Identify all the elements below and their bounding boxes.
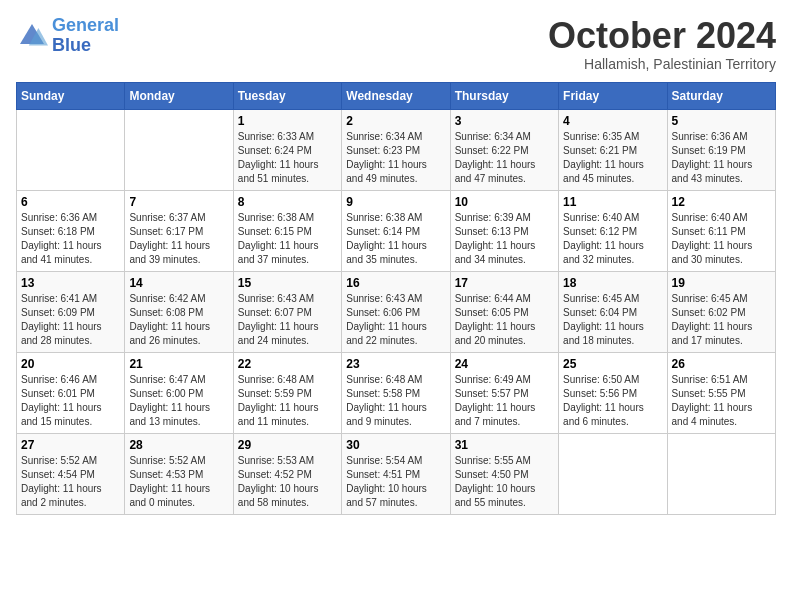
table-row: 5Sunrise: 6:36 AM Sunset: 6:19 PM Daylig…: [667, 109, 775, 190]
day-number: 31: [455, 438, 554, 452]
day-info: Sunrise: 6:43 AM Sunset: 6:06 PM Dayligh…: [346, 292, 445, 348]
day-info: Sunrise: 5:52 AM Sunset: 4:54 PM Dayligh…: [21, 454, 120, 510]
calendar-week-row: 1Sunrise: 6:33 AM Sunset: 6:24 PM Daylig…: [17, 109, 776, 190]
col-saturday: Saturday: [667, 82, 775, 109]
day-number: 26: [672, 357, 771, 371]
day-info: Sunrise: 6:36 AM Sunset: 6:19 PM Dayligh…: [672, 130, 771, 186]
day-info: Sunrise: 6:38 AM Sunset: 6:14 PM Dayligh…: [346, 211, 445, 267]
col-wednesday: Wednesday: [342, 82, 450, 109]
day-info: Sunrise: 6:36 AM Sunset: 6:18 PM Dayligh…: [21, 211, 120, 267]
day-number: 23: [346, 357, 445, 371]
day-info: Sunrise: 6:40 AM Sunset: 6:12 PM Dayligh…: [563, 211, 662, 267]
table-row: 21Sunrise: 6:47 AM Sunset: 6:00 PM Dayli…: [125, 352, 233, 433]
table-row: 25Sunrise: 6:50 AM Sunset: 5:56 PM Dayli…: [559, 352, 667, 433]
logo-text: General Blue: [52, 16, 119, 56]
table-row: [559, 433, 667, 514]
table-row: 26Sunrise: 6:51 AM Sunset: 5:55 PM Dayli…: [667, 352, 775, 433]
day-number: 22: [238, 357, 337, 371]
day-number: 25: [563, 357, 662, 371]
table-row: 17Sunrise: 6:44 AM Sunset: 6:05 PM Dayli…: [450, 271, 558, 352]
title-block: October 2024 Hallamish, Palestinian Terr…: [548, 16, 776, 72]
col-friday: Friday: [559, 82, 667, 109]
month-title: October 2024: [548, 16, 776, 56]
day-number: 4: [563, 114, 662, 128]
day-number: 9: [346, 195, 445, 209]
day-number: 11: [563, 195, 662, 209]
day-info: Sunrise: 6:50 AM Sunset: 5:56 PM Dayligh…: [563, 373, 662, 429]
day-info: Sunrise: 6:49 AM Sunset: 5:57 PM Dayligh…: [455, 373, 554, 429]
table-row: 15Sunrise: 6:43 AM Sunset: 6:07 PM Dayli…: [233, 271, 341, 352]
day-number: 18: [563, 276, 662, 290]
day-info: Sunrise: 6:37 AM Sunset: 6:17 PM Dayligh…: [129, 211, 228, 267]
day-info: Sunrise: 6:46 AM Sunset: 6:01 PM Dayligh…: [21, 373, 120, 429]
day-info: Sunrise: 6:45 AM Sunset: 6:04 PM Dayligh…: [563, 292, 662, 348]
table-row: 19Sunrise: 6:45 AM Sunset: 6:02 PM Dayli…: [667, 271, 775, 352]
table-row: [17, 109, 125, 190]
table-row: 13Sunrise: 6:41 AM Sunset: 6:09 PM Dayli…: [17, 271, 125, 352]
col-sunday: Sunday: [17, 82, 125, 109]
table-row: 12Sunrise: 6:40 AM Sunset: 6:11 PM Dayli…: [667, 190, 775, 271]
col-monday: Monday: [125, 82, 233, 109]
day-info: Sunrise: 6:41 AM Sunset: 6:09 PM Dayligh…: [21, 292, 120, 348]
table-row: 3Sunrise: 6:34 AM Sunset: 6:22 PM Daylig…: [450, 109, 558, 190]
day-info: Sunrise: 5:53 AM Sunset: 4:52 PM Dayligh…: [238, 454, 337, 510]
day-info: Sunrise: 5:55 AM Sunset: 4:50 PM Dayligh…: [455, 454, 554, 510]
day-number: 7: [129, 195, 228, 209]
day-info: Sunrise: 6:40 AM Sunset: 6:11 PM Dayligh…: [672, 211, 771, 267]
table-row: 11Sunrise: 6:40 AM Sunset: 6:12 PM Dayli…: [559, 190, 667, 271]
location-subtitle: Hallamish, Palestinian Territory: [548, 56, 776, 72]
day-number: 12: [672, 195, 771, 209]
col-thursday: Thursday: [450, 82, 558, 109]
day-info: Sunrise: 6:34 AM Sunset: 6:22 PM Dayligh…: [455, 130, 554, 186]
table-row: 8Sunrise: 6:38 AM Sunset: 6:15 PM Daylig…: [233, 190, 341, 271]
day-info: Sunrise: 6:34 AM Sunset: 6:23 PM Dayligh…: [346, 130, 445, 186]
day-info: Sunrise: 6:47 AM Sunset: 6:00 PM Dayligh…: [129, 373, 228, 429]
day-number: 13: [21, 276, 120, 290]
table-row: 28Sunrise: 5:52 AM Sunset: 4:53 PM Dayli…: [125, 433, 233, 514]
day-number: 8: [238, 195, 337, 209]
calendar-week-row: 6Sunrise: 6:36 AM Sunset: 6:18 PM Daylig…: [17, 190, 776, 271]
calendar-week-row: 20Sunrise: 6:46 AM Sunset: 6:01 PM Dayli…: [17, 352, 776, 433]
table-row: 4Sunrise: 6:35 AM Sunset: 6:21 PM Daylig…: [559, 109, 667, 190]
day-info: Sunrise: 6:51 AM Sunset: 5:55 PM Dayligh…: [672, 373, 771, 429]
table-row: 20Sunrise: 6:46 AM Sunset: 6:01 PM Dayli…: [17, 352, 125, 433]
day-number: 20: [21, 357, 120, 371]
day-info: Sunrise: 6:33 AM Sunset: 6:24 PM Dayligh…: [238, 130, 337, 186]
table-row: 23Sunrise: 6:48 AM Sunset: 5:58 PM Dayli…: [342, 352, 450, 433]
day-number: 10: [455, 195, 554, 209]
table-row: 31Sunrise: 5:55 AM Sunset: 4:50 PM Dayli…: [450, 433, 558, 514]
table-row: 2Sunrise: 6:34 AM Sunset: 6:23 PM Daylig…: [342, 109, 450, 190]
day-info: Sunrise: 6:43 AM Sunset: 6:07 PM Dayligh…: [238, 292, 337, 348]
table-row: 24Sunrise: 6:49 AM Sunset: 5:57 PM Dayli…: [450, 352, 558, 433]
table-row: [667, 433, 775, 514]
table-row: 27Sunrise: 5:52 AM Sunset: 4:54 PM Dayli…: [17, 433, 125, 514]
table-row: 18Sunrise: 6:45 AM Sunset: 6:04 PM Dayli…: [559, 271, 667, 352]
day-number: 24: [455, 357, 554, 371]
day-info: Sunrise: 6:45 AM Sunset: 6:02 PM Dayligh…: [672, 292, 771, 348]
day-info: Sunrise: 6:35 AM Sunset: 6:21 PM Dayligh…: [563, 130, 662, 186]
day-number: 1: [238, 114, 337, 128]
day-number: 16: [346, 276, 445, 290]
day-info: Sunrise: 6:38 AM Sunset: 6:15 PM Dayligh…: [238, 211, 337, 267]
day-number: 28: [129, 438, 228, 452]
day-number: 6: [21, 195, 120, 209]
day-info: Sunrise: 6:44 AM Sunset: 6:05 PM Dayligh…: [455, 292, 554, 348]
table-row: 1Sunrise: 6:33 AM Sunset: 6:24 PM Daylig…: [233, 109, 341, 190]
day-info: Sunrise: 6:48 AM Sunset: 5:58 PM Dayligh…: [346, 373, 445, 429]
calendar-table: Sunday Monday Tuesday Wednesday Thursday…: [16, 82, 776, 515]
table-row: 6Sunrise: 6:36 AM Sunset: 6:18 PM Daylig…: [17, 190, 125, 271]
col-tuesday: Tuesday: [233, 82, 341, 109]
calendar-week-row: 27Sunrise: 5:52 AM Sunset: 4:54 PM Dayli…: [17, 433, 776, 514]
day-number: 19: [672, 276, 771, 290]
day-number: 29: [238, 438, 337, 452]
day-number: 2: [346, 114, 445, 128]
day-info: Sunrise: 6:39 AM Sunset: 6:13 PM Dayligh…: [455, 211, 554, 267]
table-row: 9Sunrise: 6:38 AM Sunset: 6:14 PM Daylig…: [342, 190, 450, 271]
day-number: 17: [455, 276, 554, 290]
table-row: 14Sunrise: 6:42 AM Sunset: 6:08 PM Dayli…: [125, 271, 233, 352]
day-info: Sunrise: 5:54 AM Sunset: 4:51 PM Dayligh…: [346, 454, 445, 510]
day-info: Sunrise: 6:42 AM Sunset: 6:08 PM Dayligh…: [129, 292, 228, 348]
page-header: General Blue October 2024 Hallamish, Pal…: [16, 16, 776, 72]
table-row: 29Sunrise: 5:53 AM Sunset: 4:52 PM Dayli…: [233, 433, 341, 514]
day-number: 14: [129, 276, 228, 290]
